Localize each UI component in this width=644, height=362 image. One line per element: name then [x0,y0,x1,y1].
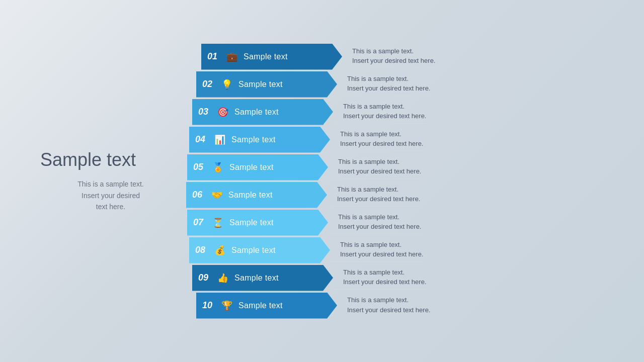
desc-line1: This is a sample text. [338,157,421,167]
arrow-item-09: 09 👍 Sample text [192,265,333,291]
item-number: 02 [202,79,220,89]
desc-line2: Insert your desired text here. [338,222,421,232]
arrow-row: 01 💼 Sample text This is a sample text. … [201,44,629,70]
desc-text-08: This is a sample text. Insert your desir… [330,239,423,262]
arrow-row: 06 🤝 Sample text This is a sample text. … [201,182,629,208]
desc-line2: Insert your desired text here. [352,56,435,66]
item-label: Sample text [238,301,283,310]
arrow-item-01: 01 💼 Sample text [201,44,342,70]
desc-text-04: This is a sample text. Insert your desir… [330,128,423,151]
arrow-row: 05 🏅 Sample text This is a sample text. … [201,154,629,180]
item-label: Sample text [229,163,274,172]
arrow-item-02: 02 💡 Sample text [196,71,337,98]
left-desc-line2: Insert your desired [82,192,140,200]
item-number: 09 [198,273,216,283]
desc-text-06: This is a sample text. Insert your desir… [327,184,420,207]
arrow-item-03: 03 🎯 Sample text [192,99,333,125]
item-icon: 🏆 [220,300,233,311]
item-label: Sample text [231,246,276,255]
desc-line2: Insert your desired text here. [347,305,430,315]
desc-text-02: This is a sample text. Insert your desir… [337,73,430,96]
arrow-row: 02 💡 Sample text This is a sample text. … [201,71,629,98]
item-number: 08 [195,245,213,255]
item-icon: 👍 [216,273,229,284]
arrow-item-10: 10 🏆 Sample text [196,293,337,319]
desc-text-10: This is a sample text. Insert your desir… [337,294,430,317]
desc-line2: Insert your desired text here. [338,166,421,176]
item-icon: 💼 [225,51,238,62]
arrow-item-05: 05 🏅 Sample text [187,154,328,180]
desc-line1: This is a sample text. [347,295,430,305]
arrow-item-07: 07 ⏳ Sample text [187,210,328,236]
page: Sample text This is a sample text. Inser… [0,0,644,362]
desc-text-05: This is a sample text. Insert your desir… [328,156,421,179]
arrow-row: 08 💰 Sample text This is a sample text. … [201,237,629,263]
arrow-list: 01 💼 Sample text This is a sample text. … [201,44,629,319]
item-number: 05 [193,162,211,172]
item-label: Sample text [234,108,279,117]
desc-text-03: This is a sample text. Insert your desir… [333,101,426,124]
item-icon: 🎯 [216,107,229,118]
arrow-row: 09 👍 Sample text This is a sample text. … [201,265,629,291]
item-label: Sample text [238,80,283,89]
item-label: Sample text [231,135,276,144]
arrow-row: 10 🏆 Sample text This is a sample text. … [201,293,629,319]
desc-line1: This is a sample text. [343,102,426,112]
desc-line2: Insert your desired text here. [337,194,420,204]
item-number: 10 [202,300,220,311]
arrow-item-08: 08 💰 Sample text [189,237,330,263]
arrow-item-04: 04 📊 Sample text [189,127,330,153]
desc-line2: Insert your desired text here. [343,111,426,121]
left-desc-line1: This is a sample text. [77,180,144,188]
desc-line2: Insert your desired text here. [340,249,423,259]
item-icon: 📊 [213,134,226,145]
desc-text-07: This is a sample text. Insert your desir… [328,211,421,234]
desc-line1: This is a sample text. [352,46,435,56]
arrow-row: 04 📊 Sample text This is a sample text. … [201,127,629,153]
item-icon: 💡 [220,79,233,90]
item-number: 04 [195,134,213,145]
desc-line1: This is a sample text. [340,240,423,250]
desc-line1: This is a sample text. [347,74,430,84]
item-number: 03 [198,107,216,117]
item-number: 06 [192,190,210,200]
desc-line2: Insert your desired text here. [340,139,423,149]
item-icon: 🤝 [210,190,223,201]
desc-line1: This is a sample text. [343,267,426,278]
left-description: This is a sample text. Insert your desir… [40,178,181,212]
item-icon: 🏅 [211,162,224,173]
arrow-item-06: 06 🤝 Sample text [186,182,327,208]
item-label: Sample text [229,218,274,227]
item-icon: ⏳ [211,217,224,228]
item-label: Sample text [234,274,279,283]
arrow-row: 07 ⏳ Sample text This is a sample text. … [201,210,629,236]
desc-line1: This is a sample text. [340,129,423,139]
left-desc-line3: text here. [96,203,125,211]
left-panel: Sample text This is a sample text. Inser… [0,129,201,232]
arrow-row: 03 🎯 Sample text This is a sample text. … [201,99,629,125]
desc-text-01: This is a sample text. Insert your desir… [342,45,435,68]
desc-text-09: This is a sample text. Insert your desir… [333,266,426,290]
item-label: Sample text [228,191,273,200]
right-panel: 01 💼 Sample text This is a sample text. … [201,44,644,319]
item-icon: 💰 [213,245,226,256]
desc-line2: Insert your desired text here. [343,277,426,287]
item-label: Sample text [244,52,288,61]
item-number: 01 [207,51,225,62]
left-title: Sample text [40,149,181,170]
desc-line1: This is a sample text. [337,185,420,195]
desc-line2: Insert your desired text here. [347,83,430,94]
desc-line1: This is a sample text. [338,212,421,222]
item-number: 07 [193,217,211,228]
